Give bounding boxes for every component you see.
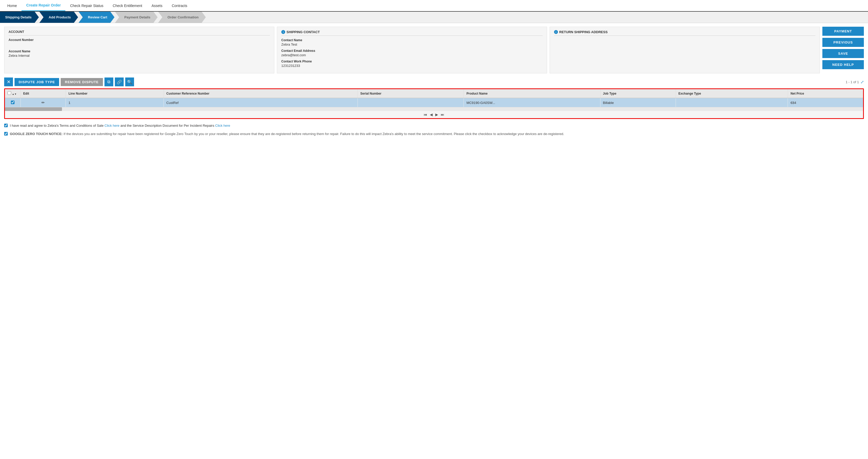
top-nav: Home Create Repair Order Check Repair St… (0, 0, 868, 12)
table-container: ▲▼ Edit Line Number Customer Reference N… (4, 88, 864, 119)
step-order-confirmation[interactable]: Order Confirmation (158, 12, 206, 23)
account-name-value: Zebra Internal (8, 54, 270, 58)
col-edit: Edit (21, 89, 66, 98)
panels-row: ACCOUNT Account Number Account Name Zebr… (4, 27, 864, 73)
nav-assets[interactable]: Assets (147, 1, 167, 11)
col-exchange-type: Exchange Type (676, 89, 788, 98)
contact-phone-label: Contact Work Phone (281, 60, 542, 63)
notice-text: GOOGLE ZERO TOUCH NOTICE: If the devices… (10, 131, 564, 137)
contact-name-label: Contact Name (281, 38, 542, 42)
account-number-label: Account Number (8, 38, 270, 42)
col-serial-number: Serial Number (358, 89, 464, 98)
row-checkbox-0[interactable] (11, 101, 14, 104)
next-page-button[interactable]: ▶ (435, 112, 438, 117)
row-customer-ref-0: CustRef (164, 98, 358, 107)
expand-icon[interactable]: ⤢ (861, 79, 864, 85)
col-line-number: Line Number (66, 89, 164, 98)
steps-bar: Shipping Details Add Products Review Car… (0, 12, 868, 23)
contact-phone-value: 1231231233 (281, 64, 542, 68)
first-page-button[interactable]: ⏮ (424, 112, 427, 117)
row-exchange-type-0 (676, 98, 788, 107)
data-table: ▲▼ Edit Line Number Customer Reference N… (5, 89, 863, 107)
return-shipping-title: i RETURN SHIPPING ADDRESS (554, 30, 815, 36)
step-add-products[interactable]: Add Products (39, 12, 78, 23)
terms-section: I have read and agree to Zebra's Terms a… (4, 123, 864, 136)
contact-email-label: Contact Email Address (281, 49, 542, 53)
row-line-number-0: 1 (66, 98, 164, 107)
nav-check-repair-status[interactable]: Check Repair Status (65, 1, 108, 11)
copy-button[interactable]: ⧉ (104, 77, 113, 86)
pager: ⏮ ◀ ▶ ⏭ (5, 111, 863, 118)
row-edit-0: ✏ (21, 98, 66, 107)
dispute-job-type-button[interactable]: DISPUTE JOB TYPE (14, 78, 59, 86)
nav-contracts[interactable]: Contracts (167, 1, 192, 11)
last-page-button[interactable]: ⏭ (441, 112, 444, 117)
edit-pencil-icon[interactable]: ✏ (41, 100, 45, 105)
return-shipping-panel: i RETURN SHIPPING ADDRESS (550, 27, 820, 73)
account-panel-title: ACCOUNT (8, 30, 270, 35)
select-all-checkbox[interactable] (7, 91, 11, 95)
col-job-type: Job Type (600, 89, 676, 98)
side-buttons: PAYMENT PREVIOUS SAVE NEED HELP (823, 27, 864, 69)
attach-button[interactable]: 🔗 (115, 77, 124, 86)
nav-create-repair-order[interactable]: Create Repair Order (22, 0, 65, 11)
col-net-price: Net Price (788, 89, 863, 98)
table-header-row: ▲▼ Edit Line Number Customer Reference N… (5, 89, 863, 98)
account-panel: ACCOUNT Account Number Account Name Zebr… (4, 27, 274, 73)
previous-button[interactable]: PREVIOUS (823, 38, 864, 47)
terms-link-2[interactable]: Click here (215, 124, 230, 128)
terms-link-1[interactable]: Click here (104, 124, 120, 128)
table-row: ✏ 1 CustRef MC9190-GA0SW... Billable €84 (5, 98, 863, 107)
row-job-type-0: Billable (600, 98, 676, 107)
payment-button[interactable]: PAYMENT (823, 27, 864, 36)
info-icon: i (281, 30, 285, 34)
notice-body: If the devices you are submitting for re… (62, 132, 564, 136)
account-number-value (8, 42, 270, 46)
shipping-contact-title: i SHIPPING CONTACT (281, 30, 542, 36)
step-payment-details[interactable]: Payment Details (115, 12, 158, 23)
terms-text: I have read and agree to Zebra's Terms a… (10, 123, 230, 128)
nav-check-entitlement[interactable]: Check Entitlement (108, 1, 147, 11)
notice-checkbox[interactable] (4, 132, 8, 136)
close-button[interactable]: ✕ (4, 77, 13, 86)
prev-page-button[interactable]: ◀ (430, 112, 433, 117)
remove-dispute-button[interactable]: REMOVE DISPUTE (61, 78, 103, 86)
search-button[interactable]: 🔍 (125, 77, 134, 86)
save-button[interactable]: SAVE (823, 49, 864, 58)
main-content: ACCOUNT Account Number Account Name Zebr… (0, 23, 868, 140)
row-serial-number-0 (358, 98, 464, 107)
row-product-name-0: MC9190-GA0SW... (464, 98, 600, 107)
shipping-contact-panel: i SHIPPING CONTACT Contact Name Zebra Te… (277, 27, 547, 73)
nav-home[interactable]: Home (3, 1, 22, 11)
pagination-info: 1 - 1 of 1 ⤢ (846, 79, 864, 85)
account-name-label: Account Name (8, 50, 270, 53)
col-product-name: Product Name (464, 89, 600, 98)
toolbar: ✕ DISPUTE JOB TYPE REMOVE DISPUTE ⧉ 🔗 🔍 … (4, 77, 864, 86)
contact-email-value: zebra@test.com (281, 53, 542, 57)
notice-title: GOOGLE ZERO TOUCH NOTICE: (10, 132, 62, 136)
col-checkbox: ▲▼ (5, 89, 21, 98)
col-customer-ref: Customer Reference Number (164, 89, 358, 98)
step-shipping-details[interactable]: Shipping Details (0, 12, 39, 23)
horizontal-scrollbar[interactable] (5, 107, 863, 111)
info-icon-2: i (554, 30, 558, 34)
step-review-cart[interactable]: Review Cart (79, 12, 114, 23)
scrollbar-thumb[interactable] (5, 107, 62, 111)
notice-row: GOOGLE ZERO TOUCH NOTICE: If the devices… (4, 131, 864, 137)
terms-checkbox[interactable] (4, 124, 8, 127)
need-help-button[interactable]: NEED HELP (823, 60, 864, 69)
terms-row: I have read and agree to Zebra's Terms a… (4, 123, 864, 128)
contact-name-value: Zebra Test (281, 42, 542, 46)
row-net-price-0: €84 (788, 98, 863, 107)
